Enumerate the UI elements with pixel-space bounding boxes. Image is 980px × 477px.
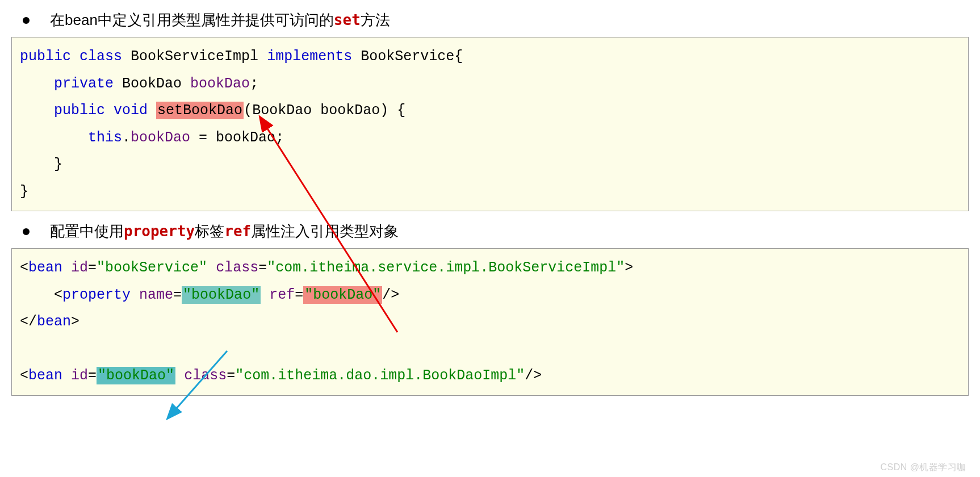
kw-private: private: [54, 76, 114, 92]
brace-close2: }: [20, 183, 28, 200]
tag-bean2: bean: [28, 367, 62, 384]
bullet-2-text: 配置中使用property标签ref属性注入引用类型对象: [50, 221, 399, 241]
gt3: >: [71, 313, 79, 330]
bullet-2-kw2: ref: [224, 223, 251, 240]
rparen: ): [380, 102, 388, 119]
param-name: bookDao: [320, 102, 380, 119]
lt1: <: [20, 260, 28, 276]
rhs: bookDao: [216, 129, 275, 146]
field-name: bookDao: [190, 76, 250, 92]
bullet-1: 在bean中定义引用类型属性并提供可访问的set方法: [23, 10, 969, 30]
kw-implements: implements: [267, 48, 352, 65]
method-name-highlight: setBookDao: [156, 102, 244, 119]
attr-class1: class: [216, 260, 258, 276]
eq3: =: [173, 287, 182, 303]
code-block-java: public class BookServiceImpl implements …: [11, 37, 969, 211]
kw-public: public: [20, 48, 71, 65]
attr-name: name: [139, 287, 173, 303]
brace2: {: [388, 102, 405, 119]
sp6: [175, 367, 184, 384]
attr-id1: id: [71, 260, 88, 276]
bullet-1-text: 在bean中定义引用类型属性并提供可访问的set方法: [50, 10, 390, 30]
watermark: CSDN @机器学习咖: [880, 462, 966, 474]
end2: />: [525, 367, 542, 384]
dot: .: [122, 129, 131, 146]
eq1: =: [88, 260, 97, 276]
lparen: (: [244, 102, 252, 119]
kw-void: void: [114, 102, 148, 119]
code-block-xml: <bean id="bookService" class="com.itheim…: [11, 248, 969, 396]
val-class1: "com.itheima.service.impl.BookServiceImp…: [267, 260, 625, 276]
attr-id2: id: [71, 367, 88, 384]
val-id1: "bookService": [97, 260, 207, 276]
tag-bean-close: bean: [37, 313, 71, 330]
eq5: =: [88, 367, 97, 384]
kw-public2: public: [54, 102, 105, 119]
sp: [62, 260, 71, 276]
sp4: [261, 287, 269, 303]
bullet-1-post: 方法: [361, 11, 390, 28]
sp5: [62, 367, 71, 384]
bullet-2-post: 属性注入引用类型对象: [251, 223, 399, 240]
lt3: </: [20, 313, 37, 330]
bullet-icon: [23, 17, 30, 24]
val-id2-highlight: "bookDao": [97, 367, 175, 384]
kw-class: class: [79, 48, 122, 65]
sp2: [207, 260, 216, 276]
param-type: BookDao: [252, 102, 312, 119]
eq2: =: [258, 260, 267, 276]
sp3: [131, 287, 139, 303]
iface-name: BookService: [361, 48, 454, 65]
val-name-highlight: "bookDao": [182, 286, 261, 304]
field-type: BookDao: [122, 76, 182, 92]
bullet-2: 配置中使用property标签ref属性注入引用类型对象: [23, 221, 969, 241]
semi: ;: [250, 76, 258, 92]
val-class2: "com.itheima.dao.impl.BookDaoImpl": [235, 367, 525, 384]
attr-ref: ref: [269, 287, 295, 303]
bullet-1-kw: set: [334, 11, 361, 28]
eq4: =: [295, 287, 303, 303]
brace-open: {: [454, 48, 463, 65]
gt1: >: [625, 260, 633, 276]
attr-class2: class: [184, 367, 227, 384]
tag-property: property: [62, 287, 131, 303]
bullet-2-kw1: property: [124, 223, 195, 240]
bullet-2-pre: 配置中使用: [50, 223, 124, 240]
tag-bean1: bean: [28, 260, 62, 276]
bullet-icon-2: [23, 228, 30, 235]
lt2: <: [54, 287, 62, 303]
class-name: BookServiceImpl: [131, 48, 258, 65]
this-field: bookDao: [131, 129, 190, 146]
brace-close1: }: [54, 156, 62, 173]
eq6: =: [227, 367, 235, 384]
val-ref-highlight: "bookDao": [303, 286, 382, 304]
kw-this: this: [88, 129, 122, 146]
eq: =: [190, 129, 216, 146]
bullet-2-mid: 标签: [195, 223, 224, 240]
semi2: ;: [275, 129, 284, 146]
end1: />: [382, 287, 399, 303]
lt4: <: [20, 367, 28, 384]
bullet-1-pre: 在bean中定义引用类型属性并提供可访问的: [50, 11, 334, 28]
